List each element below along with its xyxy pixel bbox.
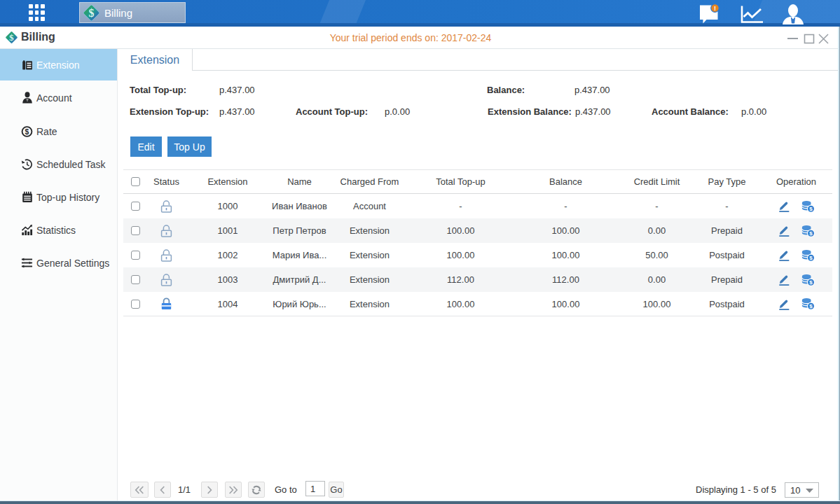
svg-text:$: $ bbox=[809, 230, 813, 237]
svg-text:$: $ bbox=[809, 303, 813, 309]
svg-text:$: $ bbox=[809, 255, 813, 261]
svg-text:!: ! bbox=[714, 5, 716, 12]
svg-text:$: $ bbox=[89, 7, 95, 19]
svg-text:$: $ bbox=[25, 128, 29, 136]
svg-text:$: $ bbox=[809, 206, 813, 212]
svg-text:$: $ bbox=[809, 279, 813, 286]
